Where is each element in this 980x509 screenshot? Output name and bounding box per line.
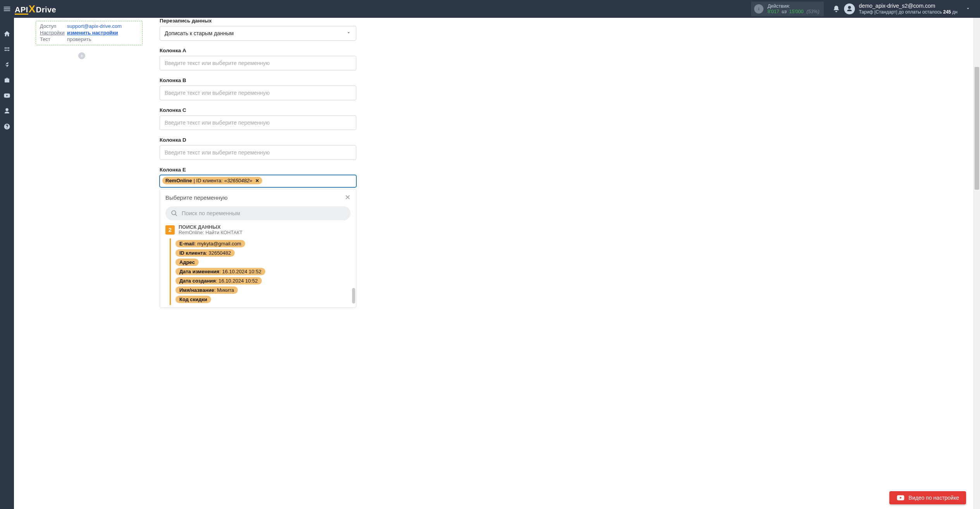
- variable-dropdown: Выберите переменную ✕ 2 ПОИСК ДАННЫХ Rem…: [160, 189, 356, 308]
- step-settings-key: Настройки: [40, 30, 67, 36]
- flow-sidebar: Доступ support@apix-drive.com Настройки …: [14, 18, 150, 509]
- overwrite-select[interactable]: Дописать к старым данным: [160, 26, 356, 41]
- variable-pill[interactable]: Код скидки: [175, 296, 211, 303]
- user-info: demo_apix-drive_s2@com.com Тариф |Станда…: [859, 3, 958, 15]
- colE-tag[interactable]: RemOnline | ID клиента: «32650482» ✕: [162, 177, 262, 184]
- main-area: Доступ support@apix-drive.com Настройки …: [14, 18, 980, 509]
- variable-pill[interactable]: Дата изменения: 16.10.2024 10:52: [175, 268, 265, 275]
- youtube-icon: [896, 494, 905, 502]
- rail-youtube-icon[interactable]: [0, 91, 14, 100]
- step-settings-val[interactable]: изменить настройки: [67, 30, 118, 36]
- step-test-key: Тест: [40, 36, 67, 42]
- dropdown-search-input[interactable]: [182, 210, 345, 216]
- overwrite-value: Дописать к старым данным: [165, 30, 234, 36]
- colD-label: Колонка D: [160, 137, 356, 143]
- colE-label: Колонка E: [160, 167, 356, 173]
- logo-part-drive: Drive: [36, 5, 57, 14]
- variable-pill[interactable]: E-mail: mykyta@gmail.com: [175, 240, 245, 247]
- rail-billing-icon[interactable]: [0, 60, 14, 69]
- dropdown-source-badge: 2: [165, 225, 175, 235]
- scrollbar-thumb[interactable]: [975, 67, 979, 190]
- dropdown-title: Выберите переменную: [165, 194, 228, 201]
- video-help-label: Видео по настройке: [909, 495, 959, 501]
- colB-label: Колонка B: [160, 77, 356, 83]
- logo-part-x: X: [29, 3, 36, 15]
- colC-input[interactable]: Введите текст или выберите переменную: [160, 115, 356, 130]
- dropdown-variables-list: E-mail: mykyta@gmail.comID клиента: 3265…: [170, 238, 351, 305]
- colE-input[interactable]: RemOnline | ID клиента: «32650482» ✕: [160, 175, 356, 187]
- rail-home-icon[interactable]: [0, 29, 14, 38]
- bell-icon[interactable]: [831, 3, 842, 14]
- variable-pill[interactable]: ID клиента: 32650482: [175, 249, 235, 257]
- chevron-down-icon: [346, 30, 351, 37]
- chevron-down-icon: [965, 6, 971, 12]
- rail-connections-icon[interactable]: [0, 45, 14, 53]
- colD-input[interactable]: Введите текст или выберите переменную: [160, 145, 356, 160]
- main-scrollbar[interactable]: [973, 18, 980, 509]
- logo[interactable]: API X Drive: [15, 3, 56, 15]
- step-card[interactable]: Доступ support@apix-drive.com Настройки …: [36, 21, 143, 45]
- dropdown-source-title: ПОИСК ДАННЫХ: [179, 224, 242, 230]
- logo-part-api: API: [15, 6, 28, 15]
- step-test-val[interactable]: проверить: [67, 36, 91, 42]
- overwrite-label: Перезапись данных: [160, 18, 356, 24]
- colA-label: Колонка A: [160, 48, 356, 53]
- variable-pill[interactable]: Имя/название: Микита: [175, 286, 238, 294]
- dropdown-source-sub: RemOnline: Найти КОНТАКТ: [179, 230, 242, 235]
- rail-help-icon[interactable]: [0, 122, 14, 131]
- topbar: API X Drive Действия: 8'017 из 15'000 (5…: [0, 0, 980, 18]
- colA-input[interactable]: Введите текст или выберите переменную: [160, 56, 356, 70]
- variable-pill[interactable]: Дата создания: 16.10.2024 10:52: [175, 277, 262, 284]
- add-step-button[interactable]: +: [78, 52, 85, 59]
- colC-label: Колонка C: [160, 107, 356, 113]
- step-access-key: Доступ: [40, 23, 67, 29]
- step-access-val[interactable]: support@apix-drive.com: [67, 23, 122, 29]
- dropdown-search[interactable]: [165, 206, 351, 220]
- dropdown-source-header: 2 ПОИСК ДАННЫХ RemOnline: Найти КОНТАКТ: [165, 224, 351, 235]
- avatar: [844, 3, 855, 14]
- video-help-button[interactable]: Видео по настройке: [889, 491, 966, 504]
- hamburger-icon[interactable]: [0, 0, 14, 18]
- rail-briefcase-icon[interactable]: [0, 76, 14, 84]
- dropdown-close-icon[interactable]: ✕: [345, 193, 351, 202]
- search-icon: [171, 210, 178, 217]
- actions-usage-box[interactable]: Действия: 8'017 из 15'000 (53%): [751, 2, 824, 16]
- info-icon: [754, 4, 763, 14]
- form-area: Перезапись данных Дописать к старым данн…: [150, 18, 366, 509]
- dropdown-scrollbar[interactable]: [352, 288, 355, 303]
- rail-account-icon[interactable]: [0, 107, 14, 115]
- left-rail: [0, 18, 14, 509]
- variable-pill[interactable]: Адрес: [175, 259, 199, 266]
- user-menu[interactable]: demo_apix-drive_s2@com.com Тариф |Станда…: [844, 3, 978, 15]
- tag-remove-icon[interactable]: ✕: [255, 178, 259, 183]
- colB-input[interactable]: Введите текст или выберите переменную: [160, 86, 356, 100]
- actions-usage-text: Действия: 8'017 из 15'000 (53%): [767, 3, 819, 15]
